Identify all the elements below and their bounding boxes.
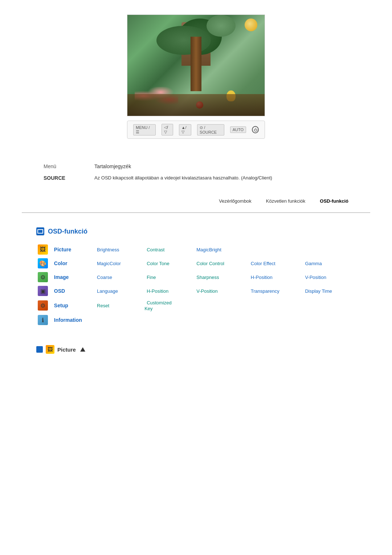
menu-name-color[interactable]: Color [54, 260, 68, 266]
osd-header: OSD-funkció [36, 227, 356, 235]
table-source-content: Az OSD kikapcsolt állapotában a videojel… [94, 175, 272, 181]
yellow-object [226, 90, 236, 101]
picture-bottom-section: 🖼 Picture [22, 338, 370, 361]
link-transparency[interactable]: Transparency [249, 287, 282, 295]
info-icon: ℹ [38, 315, 48, 325]
table-row: 🎨 Color MagicColor Color Tone Color Cont… [36, 256, 356, 270]
monitor-display [127, 15, 265, 116]
link-vposition-osd[interactable]: V-Position [194, 287, 220, 295]
table-source-header: SOURCE [44, 175, 80, 181]
foliage-decoration-2 [156, 26, 211, 55]
menu-button[interactable]: MENU / ☰ [133, 124, 156, 135]
table-row: ▣ OSD Language H-Position V-Position [36, 284, 356, 298]
link-brightness[interactable]: Brightness [95, 246, 121, 254]
tab-vezerlgombok[interactable]: Vezérlőgombok [219, 198, 252, 205]
osd-section: OSD-funkció 🖼 Picture Brightness [22, 224, 370, 338]
page-wrapper: MENU / ☰ ◁/▽ ▲/▽ ⊙ / SOURCE AUTO ⏻ Menü … [0, 0, 392, 376]
link-colortone[interactable]: Color Tone [144, 260, 172, 267]
link-contrast[interactable]: Contrast [144, 246, 167, 254]
table-row: ⚙ Setup Reset CustomizedKey [36, 298, 356, 313]
link-hposition-osd[interactable]: H-Position [144, 287, 171, 295]
source-button[interactable]: ⊙ / SOURCE [197, 124, 224, 135]
menu-name-osd[interactable]: OSD [54, 288, 65, 294]
picture-bottom-label: Picture [57, 347, 76, 353]
picture-nav-icon-orange: 🖼 [46, 345, 54, 354]
link-coloreffect[interactable]: Color Effect [249, 260, 278, 267]
link-fine[interactable]: Fine [144, 274, 158, 281]
menu-name-setup[interactable]: Setup [54, 303, 68, 308]
link-reset[interactable]: Reset [95, 302, 111, 309]
nav-button[interactable]: ◁/▽ [162, 124, 173, 135]
sun-decoration [245, 19, 257, 31]
power-button[interactable]: ⏻ [252, 126, 259, 133]
link-magiccolor[interactable]: MagicColor [95, 260, 123, 267]
table-menu-content: Tartalomjegyzék [94, 163, 131, 169]
link-sharpness[interactable]: Sharpness [194, 274, 221, 281]
link-displaytime[interactable]: Display Time [303, 287, 334, 295]
color-icon: 🎨 [38, 258, 48, 268]
osd-icon [36, 227, 44, 235]
menu-name-image[interactable]: Image [54, 274, 69, 280]
osd-title: OSD-funkció [48, 228, 87, 235]
image-icon: ⚙ [38, 272, 48, 282]
link-language[interactable]: Language [95, 287, 120, 295]
auto-button[interactable]: AUTO [230, 126, 246, 133]
link-gamma[interactable]: Gamma [303, 260, 324, 267]
monitor-section: MENU / ☰ ◁/▽ ▲/▽ ⊙ / SOURCE AUTO ⏻ [22, 15, 370, 139]
picture-nav-icon-blue [36, 346, 43, 353]
tree-trunk [191, 37, 201, 91]
link-magicbright[interactable]: MagicBright [194, 246, 224, 254]
osd-menu-icon: ▣ [38, 286, 48, 296]
link-coarse[interactable]: Coarse [95, 274, 114, 281]
menu-name-picture[interactable]: Picture [54, 247, 71, 252]
link-hposition-image[interactable]: H-Position [249, 274, 275, 281]
table-row: ℹ Information [36, 313, 356, 327]
picture-icon: 🖼 [38, 244, 48, 255]
table-section: Menü Tartalomjegyzék SOURCE Az OSD kikap… [22, 153, 370, 191]
tab-kozvetlen[interactable]: Közvetlen funkciók [266, 198, 305, 205]
menu-name-information[interactable]: Information [54, 317, 82, 323]
menu-table: 🖼 Picture Brightness Contrast MagicBrigh… [36, 243, 356, 327]
link-customizedkey[interactable]: CustomizedKey [144, 299, 172, 312]
button-bar: MENU / ☰ ◁/▽ ▲/▽ ⊙ / SOURCE AUTO ⏻ [127, 121, 265, 139]
nav-tabs-section: Vezérlőgombok Közvetlen funkciók OSD-fun… [22, 191, 370, 213]
red-ball [196, 101, 203, 109]
link-vposition-image[interactable]: V-Position [303, 274, 328, 281]
arrow-button[interactable]: ▲/▽ [179, 124, 191, 135]
foliage-decoration-3 [207, 15, 236, 37]
flowers-decoration [135, 87, 178, 105]
nav-tabs: Vezérlőgombok Közvetlen funkciók OSD-fun… [219, 198, 348, 205]
tab-osd-funkcio[interactable]: OSD-funkció [320, 198, 348, 205]
link-colorcontrol[interactable]: Color Control [194, 260, 226, 267]
table-row: 🖼 Picture Brightness Contrast MagicBrigh… [36, 243, 356, 256]
table-row: ⚙ Image Coarse Fine Sharpness [36, 270, 356, 284]
table-menu-header: Menü [44, 163, 80, 169]
setup-icon: ⚙ [38, 300, 48, 311]
triangle-up-icon [80, 347, 85, 352]
